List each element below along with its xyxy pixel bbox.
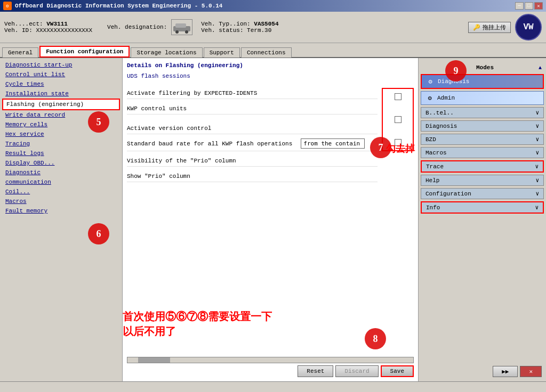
tab-support[interactable]: Support xyxy=(204,47,240,58)
content-uds: UDS flash sessions xyxy=(127,73,414,79)
modes-collapse-button[interactable]: ▲ xyxy=(539,65,542,71)
right-item-diagnosis-label: Diagnosis xyxy=(438,78,469,85)
checkbox-filtering[interactable] xyxy=(395,93,402,100)
sidebar-item-communication[interactable]: communication xyxy=(2,177,120,187)
upload-button[interactable]: 🔑 拖挂上传 xyxy=(468,22,511,33)
top-info-bar: Veh....ect: VW3111 Veh. ID: XXXXXXXXXXXX… xyxy=(0,12,546,43)
trace-collapse-icon: ∨ xyxy=(535,163,539,170)
modes-label: Modes xyxy=(476,64,494,71)
vehicle-icon xyxy=(171,19,192,35)
veh-designation: Veh. designation: xyxy=(107,24,167,30)
configuration-collapse-icon: ∨ xyxy=(535,190,539,197)
veh-id-label: Veh. ID: XXXXXXXXXXXXXXXX xyxy=(4,27,92,34)
window-controls: ─ □ ✕ xyxy=(515,2,543,10)
sidebar-item-tracing[interactable]: Tracing xyxy=(2,139,120,149)
sidebar-item-result-logs[interactable]: Result logs xyxy=(2,149,120,158)
setting-row-prio-visibility: Visibility of the "Prio" column xyxy=(127,156,378,167)
upload-icon: 🔑 xyxy=(473,24,480,31)
tab-connections[interactable]: Connections xyxy=(241,47,292,58)
sidebar-item-diagnostic[interactable]: Diagnostic xyxy=(2,168,120,177)
right-forward-button[interactable]: ▶▶ xyxy=(493,366,518,377)
svg-point-2 xyxy=(175,30,179,34)
diagnosis-icon: ⚙ xyxy=(426,77,435,86)
action-buttons: Reset Discard Save xyxy=(127,363,414,377)
sidebar-item-fault-memory[interactable]: Fault memory xyxy=(2,206,120,216)
section-btel[interactable]: B..tel.. ∨ xyxy=(421,107,544,118)
sidebar-item-control-unit-list[interactable]: Control unit list xyxy=(2,70,120,79)
veh-type-label: Veh. Typ..ion: VAS5054 xyxy=(201,21,278,27)
setting-row-filtering: Activate filtering by EXPECTED-IDENTS xyxy=(127,88,378,99)
reset-button[interactable]: Reset xyxy=(298,365,333,377)
admin-icon: ⚙ xyxy=(425,94,434,102)
setting-label-prio-visibility: Visibility of the "Prio" column xyxy=(127,158,236,164)
minimize-button[interactable]: ─ xyxy=(515,2,524,10)
left-sidebar: Diagnostic start-up Control unit list Cy… xyxy=(0,58,123,381)
main-content-panel: Details on Flashing (engineering) UDS fl… xyxy=(123,58,418,381)
macros-collapse-icon: ∨ xyxy=(535,149,539,156)
section-help[interactable]: Help ∨ xyxy=(421,175,544,186)
right-close-button[interactable]: ✕ xyxy=(520,366,542,377)
section-diagnosis[interactable]: Diagnosis ∨ xyxy=(421,120,544,132)
window-title: Offboard Diagnostic Information System E… xyxy=(15,3,222,9)
svg-rect-1 xyxy=(175,23,186,28)
annotation-6: 6 xyxy=(88,223,109,244)
sidebar-item-memory-cells[interactable]: Memory cells xyxy=(2,120,120,129)
sidebar-item-display-obd[interactable]: Display OBD... xyxy=(2,158,120,168)
status-bar xyxy=(0,381,546,392)
scrollbar-thumb xyxy=(138,357,170,363)
section-title: Details on Flashing (engineering) xyxy=(127,62,414,69)
sidebar-item-installation-state[interactable]: Installation state xyxy=(2,89,120,99)
setting-row-show-prio: Show "Prio" column xyxy=(127,171,378,182)
sidebar-item-diagnostic-startup[interactable]: Diagnostic start-up xyxy=(2,60,120,70)
setting-row-kwp: KWP control units xyxy=(127,103,378,115)
setting-label-filtering: Activate filtering by EXPECTED-IDENTS xyxy=(127,90,257,96)
close-button[interactable]: ✕ xyxy=(534,2,543,10)
section-trace[interactable]: Trace ∨ xyxy=(421,160,544,173)
sidebar-item-macros[interactable]: Macros xyxy=(2,197,120,206)
maximize-button[interactable]: □ xyxy=(525,2,533,10)
section-macros[interactable]: Macros ∨ xyxy=(421,147,544,158)
sidebar-item-flashing[interactable]: Flashing (engineering) xyxy=(2,99,120,110)
sidebar-item-write-data-record[interactable]: Write data record xyxy=(2,110,120,120)
right-panel: 9 Modes ▲ ⚙ Diagnosis ⚙ Admin B..tel.. xyxy=(418,58,546,381)
setting-label-baud: Standard baud rate for all KWP flash ope… xyxy=(127,141,292,147)
title-bar: ⚙ Offboard Diagnostic Information System… xyxy=(0,0,546,12)
sidebar-item-hex-service[interactable]: Hex service xyxy=(2,129,120,139)
save-button[interactable]: Save xyxy=(381,365,414,377)
right-item-admin[interactable]: ⚙ Admin xyxy=(421,91,544,105)
setting-label-kwp: KWP control units xyxy=(127,105,187,112)
tab-function-configuration[interactable]: Function configuration xyxy=(39,46,130,58)
section-bzd[interactable]: BZD ∨ xyxy=(421,134,544,145)
right-item-diagnosis[interactable]: ⚙ Diagnosis xyxy=(421,74,544,89)
discard-button[interactable]: Discard xyxy=(335,365,378,377)
info-collapse-icon: ∨ xyxy=(535,204,539,211)
tab-general[interactable]: General xyxy=(2,47,38,58)
app-icon: ⚙ xyxy=(3,2,12,10)
help-collapse-icon: ∨ xyxy=(535,177,539,184)
vw-logo: VW xyxy=(515,14,542,40)
btel-collapse-icon: ∨ xyxy=(535,109,539,116)
checkbox-version[interactable] xyxy=(395,116,402,123)
tabs-container: General Function configuration Storage l… xyxy=(0,43,546,58)
baud-rate-input[interactable] xyxy=(301,138,365,149)
setting-label-version: Activate version control xyxy=(127,125,211,132)
diagnosis-section-collapse-icon: ∨ xyxy=(535,123,539,129)
veh-ect-label: Veh....ect: VW3111 xyxy=(4,21,92,27)
bzd-collapse-icon: ∨ xyxy=(535,136,539,143)
veh-status-label: Veh. status: Term.30 xyxy=(201,27,278,34)
right-item-admin-label: Admin xyxy=(437,95,455,101)
svg-point-3 xyxy=(185,30,188,34)
checkbox-column xyxy=(382,88,414,151)
section-configuration[interactable]: Configuration ∨ xyxy=(421,188,544,199)
modes-header: Modes ▲ xyxy=(421,60,544,73)
setting-row-baud: Standard baud rate for all KWP flash ope… xyxy=(127,136,378,151)
horizontal-scrollbar[interactable] xyxy=(127,357,414,363)
checkbox-show-prio[interactable] xyxy=(395,139,402,146)
sidebar-item-cycle-times[interactable]: Cycle times xyxy=(2,79,120,89)
setting-row-version: Activate version control xyxy=(127,123,378,134)
right-panel-buttons: ▶▶ ✕ xyxy=(421,364,544,379)
tab-storage-locations[interactable]: Storage locations xyxy=(131,47,202,58)
section-info[interactable]: Info ∨ xyxy=(421,201,544,214)
sidebar-item-coil[interactable]: Coil... xyxy=(2,187,120,197)
setting-label-show-prio: Show "Prio" column xyxy=(127,173,190,179)
